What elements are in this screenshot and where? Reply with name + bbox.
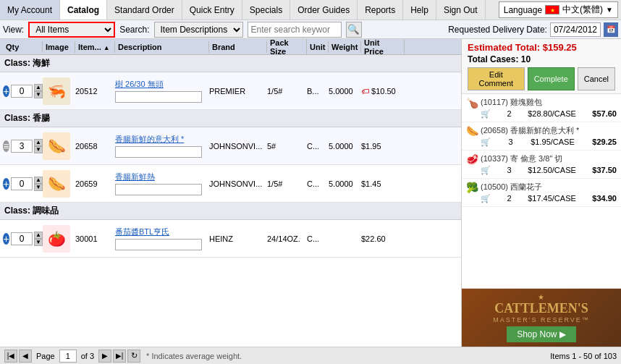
cart-item-name: (10500) 西蘭花子 xyxy=(481,182,617,192)
cell-brand: JOHNSONVI... xyxy=(209,142,267,151)
language-dropdown-icon[interactable]: ▼ xyxy=(606,6,613,14)
col-qty[interactable]: Qty xyxy=(3,41,43,53)
cell-qty: + ▲ ▼ xyxy=(3,232,43,246)
desc-link[interactable]: 香腸新鮮的意大利 * xyxy=(115,135,184,143)
nav-reports[interactable]: Reports xyxy=(358,0,403,20)
search-icon: 🔍 xyxy=(347,24,360,35)
prev-page-button[interactable]: ◀ xyxy=(19,350,32,363)
next-page-button[interactable]: ▶ xyxy=(98,350,111,363)
desc-input[interactable] xyxy=(115,146,202,158)
last-page-button[interactable]: ▶| xyxy=(113,350,126,363)
main-container: Qty Image Item... ▲ Description Brand Pa… xyxy=(0,39,621,347)
first-page-button[interactable]: |◀ xyxy=(4,350,17,363)
ad-banner[interactable]: ★ CATTLEMEN'S MASTER'S RESERVE™ Shop Now… xyxy=(462,289,621,347)
desc-link[interactable]: 香腸新鮮熱 xyxy=(115,172,155,181)
nav-quick-entry[interactable]: Quick Entry xyxy=(182,0,242,20)
cell-qty: + ▲ ▼ xyxy=(3,84,43,98)
cell-weight: 5.0000 xyxy=(329,179,361,188)
cart-item-details: (10500) 西蘭花子 🛒 2 $17.45/CASE $34.90 xyxy=(481,182,617,203)
qty-down-arrow[interactable]: ▼ xyxy=(34,146,43,153)
nav-my-account[interactable]: My Account xyxy=(0,0,60,20)
sort-icon-item: ▲ xyxy=(104,44,110,51)
delivery-section: Requested Delivery Date: 07/24/2012 📅 xyxy=(448,22,618,37)
language-value: 中文(繁體) xyxy=(562,4,603,16)
qty-input[interactable] xyxy=(11,177,33,190)
desc-input[interactable] xyxy=(115,91,202,103)
desc-link[interactable]: 樹 26/30 無頭 xyxy=(115,80,164,88)
add-to-cart-button[interactable]: + xyxy=(3,85,9,97)
col-desc[interactable]: Description xyxy=(115,41,209,53)
table-row: ≡ ▲ ▼ 🌭 20658 香腸新鮮的意大利 * J xyxy=(0,127,461,165)
language-selector[interactable]: Language ★ 中文(繁體) ▼ xyxy=(499,1,618,18)
col-price[interactable]: Unit Price xyxy=(361,39,405,57)
delivery-date: 07/24/2012 xyxy=(550,22,601,37)
search-button[interactable]: 🔍 xyxy=(346,22,362,38)
desc-link[interactable]: 番茄醬BTL亨氏 xyxy=(115,227,169,236)
cell-desc: 香腸新鮮熱 xyxy=(115,172,209,195)
qty-input[interactable] xyxy=(11,140,33,153)
desc-input[interactable] xyxy=(115,184,202,195)
list-item: 🍗 (10117) 雞塊雞包 🛒 2 $28.80/CASE $57.60 xyxy=(462,94,621,122)
cart-qty-icon: 🛒 xyxy=(481,166,491,175)
qty-down-arrow[interactable]: ▼ xyxy=(34,91,43,98)
col-pack[interactable]: Pack Size xyxy=(267,39,307,57)
cart-item-total: $29.25 xyxy=(592,137,617,147)
nav-standard-order[interactable]: Standard Order xyxy=(107,0,182,20)
refresh-button[interactable]: ↻ xyxy=(127,350,140,363)
add-to-cart-button[interactable]: ≡ xyxy=(3,140,9,152)
shop-now-button[interactable]: Shop Now ▶ xyxy=(507,326,576,342)
col-unit[interactable]: Unit xyxy=(307,41,329,53)
add-to-cart-button[interactable]: + xyxy=(3,178,9,190)
cart-item-total: $34.90 xyxy=(592,194,617,203)
cell-unit: C... xyxy=(307,142,329,151)
nav-catalog[interactable]: Catalog xyxy=(60,0,107,20)
qty-input[interactable] xyxy=(11,232,33,245)
qty-up-arrow[interactable]: ▲ xyxy=(34,177,43,184)
qty-up-arrow[interactable]: ▲ xyxy=(34,84,43,91)
desc-input[interactable] xyxy=(115,239,202,250)
table-header: Qty Image Item... ▲ Description Brand Pa… xyxy=(0,39,461,55)
right-panel: Estimated Total: $159.25 Total Cases: 10… xyxy=(462,39,621,347)
edit-comment-button[interactable]: Edit Comment xyxy=(468,67,525,90)
nav-help[interactable]: Help xyxy=(403,0,436,20)
price-tag-icon: 🏷 xyxy=(361,87,369,96)
cart-qty-icon: 🛒 xyxy=(481,194,491,203)
nav-specials[interactable]: Specials xyxy=(242,0,290,20)
add-to-cart-button[interactable]: + xyxy=(3,233,9,245)
cell-unit: C... xyxy=(307,179,329,188)
cell-pack: 5# xyxy=(267,142,307,151)
qty-down-arrow[interactable]: ▼ xyxy=(34,239,43,246)
nav-order-guides[interactable]: Order Guides xyxy=(290,0,358,20)
nav-sign-out[interactable]: Sign Out xyxy=(436,0,486,20)
calendar-button[interactable]: 📅 xyxy=(604,22,618,37)
cart-item-price-row: 🛒 3 $1.95/CASE $29.25 xyxy=(481,137,617,147)
cart-item-emoji: 🌭 xyxy=(466,125,478,137)
col-image[interactable]: Image xyxy=(43,41,75,53)
qty-up-arrow[interactable]: ▲ xyxy=(34,232,43,239)
cart-item-price-row: 🛒 2 $28.80/CASE $57.60 xyxy=(481,109,617,119)
col-item[interactable]: Item... ▲ xyxy=(75,41,115,53)
qty-input[interactable] xyxy=(11,85,33,98)
search-input[interactable] xyxy=(248,22,342,38)
cart-items-list: 🍗 (10117) 雞塊雞包 🛒 2 $28.80/CASE $57.60 xyxy=(462,94,621,289)
cart-item-icon: 🥩 xyxy=(466,153,481,165)
complete-button[interactable]: Complete xyxy=(528,67,575,90)
cell-pack: 1/5# xyxy=(267,179,307,188)
qty-up-arrow[interactable]: ▲ xyxy=(34,139,43,146)
cart-item-price-per: $1.95/CASE xyxy=(531,137,575,147)
cancel-button[interactable]: Cancel xyxy=(578,67,615,90)
view-select[interactable]: All Items xyxy=(28,22,115,38)
cell-pack: 1/5# xyxy=(267,87,307,96)
qty-down-arrow[interactable]: ▼ xyxy=(34,184,43,191)
page-input[interactable] xyxy=(59,350,77,363)
page-label: Page xyxy=(36,352,55,360)
cell-weight: 5.0000 xyxy=(329,142,361,151)
col-weight[interactable]: Weight xyxy=(329,41,361,53)
search-type-select[interactable]: Item Descriptions xyxy=(154,22,243,38)
top-nav: My Account Catalog Standard Order Quick … xyxy=(0,0,621,20)
col-brand[interactable]: Brand xyxy=(209,41,267,53)
cell-unit: B... xyxy=(307,87,329,96)
cell-brand: HEINZ xyxy=(209,234,267,243)
total-cases: Total Cases: 10 xyxy=(468,54,615,64)
cart-item-name: (20658) 香腸新鮮的意大利 * xyxy=(481,125,617,136)
